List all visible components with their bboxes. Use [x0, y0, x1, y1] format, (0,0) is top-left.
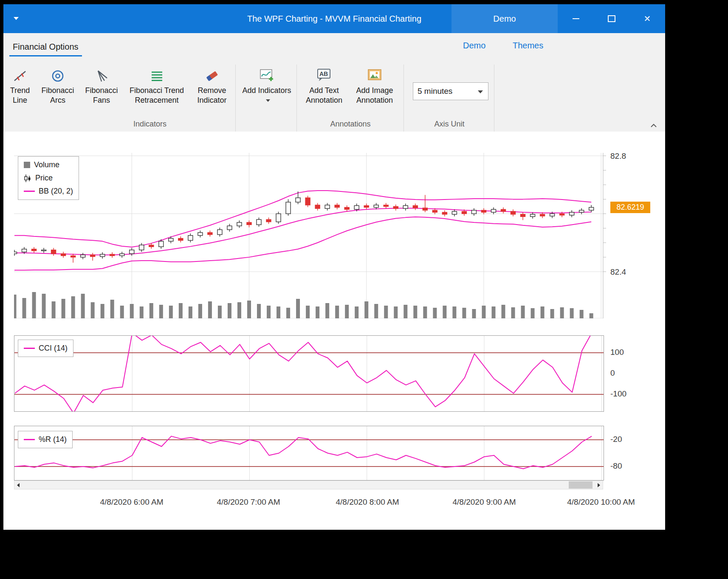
arrow-left-icon: [17, 483, 20, 487]
add-text-annotation-label: Add Text Annotation: [306, 86, 342, 104]
add-image-annotation-button[interactable]: Add Image Annotation: [350, 66, 399, 121]
link-themes[interactable]: Themes: [513, 41, 543, 51]
fibonacci-fans-icon: [81, 66, 122, 83]
legend-label-volume: Volume: [34, 160, 59, 169]
add-image-annotation-label: Add Image Annotation: [356, 86, 393, 104]
ribbon-group-separator: [404, 65, 404, 132]
maximize-button[interactable]: [594, 4, 629, 33]
tab-financial-options[interactable]: Financial Options: [9, 38, 82, 56]
add-indicators-icon: [240, 66, 294, 83]
wr-axis-tick-neg80: -80: [610, 461, 622, 471]
add-indicators-button[interactable]: Add Indicators: [240, 66, 294, 121]
x-axis-tick-7am: 4/8/2020 7:00 AM: [198, 497, 299, 507]
minimize-button[interactable]: [558, 4, 594, 33]
fibonacci-trend-retracement-label: Fibonacci Trend Retracement: [130, 86, 184, 104]
volume-legend-swatch: [24, 162, 30, 168]
legend-label-bb: BB (20, 2): [39, 187, 73, 196]
wr-canvas: [14, 426, 604, 480]
fibonacci-fans-button[interactable]: Fibonacci Fans: [81, 66, 122, 121]
link-demo[interactable]: Demo: [463, 41, 485, 51]
x-axis-tick-8am: 4/8/2020 8:00 AM: [316, 497, 418, 507]
cci-axis-tick-neg100: -100: [610, 389, 626, 399]
cci-axis-tick-0: 0: [610, 368, 615, 378]
minimize-icon: [573, 18, 579, 19]
price-axis-tick-82-8: 82.8: [610, 152, 626, 161]
x-axis-tick-6am: 4/8/2020 6:00 AM: [81, 497, 183, 507]
group-label-indicators: Indicators: [3, 120, 296, 130]
trend-line-button[interactable]: Trend Line: [6, 66, 34, 121]
app-window: The WPF Charting - MVVM Financial Charti…: [3, 4, 665, 530]
titlebar: The WPF Charting - MVVM Financial Charti…: [3, 4, 665, 33]
fibonacci-trend-retracement-button[interactable]: Fibonacci Trend Retracement: [123, 66, 190, 121]
price-chart-legend: Volume Price BB (20, 2): [18, 156, 79, 200]
close-button[interactable]: ✕: [629, 4, 665, 33]
x-axis-tick-10am: 4/8/2020 10:00 AM: [550, 497, 652, 507]
dropdown-arrow-icon: [266, 99, 270, 102]
cci-legend: CCI (14): [18, 340, 73, 357]
close-icon: ✕: [644, 14, 651, 23]
x-axis-tick-9am: 4/8/2020 9:00 AM: [433, 497, 535, 507]
add-text-annotation-button[interactable]: AB Add Text Annotation: [301, 66, 347, 121]
legend-label-cci: CCI (14): [39, 344, 68, 353]
ribbon-category-demo[interactable]: Demo: [451, 4, 558, 33]
legend-label-price: Price: [35, 174, 53, 183]
image-annotation-icon: [350, 66, 399, 83]
maximize-icon: [608, 15, 615, 22]
remove-indicator-button[interactable]: Remove Indicator: [192, 66, 232, 121]
horizontal-scrollbar[interactable]: [14, 481, 603, 489]
legend-label-wr: %R (14): [39, 435, 67, 444]
ab-glyph: AB: [319, 70, 328, 77]
cci-legend-swatch: [24, 348, 35, 349]
collapse-ribbon-button[interactable]: [648, 121, 659, 131]
cci-indicator-panel[interactable]: [14, 335, 604, 412]
scrollbar-thumb[interactable]: [569, 481, 593, 489]
text-annotation-icon: AB: [301, 66, 347, 83]
cci-canvas: [14, 336, 604, 411]
cci-axis-tick-100: 100: [610, 348, 624, 357]
remove-indicator-label: Remove Indicator: [197, 86, 226, 104]
fibonacci-arcs-label: Fibonacci Arcs: [41, 86, 74, 104]
price-legend-icon: [24, 174, 31, 183]
price-chart-plot[interactable]: [14, 153, 609, 318]
scroll-right-button[interactable]: [595, 481, 603, 489]
chevron-up-icon: [649, 123, 658, 129]
group-label-axis-unit: Axis Unit: [404, 120, 494, 130]
bb-legend-swatch: [24, 191, 35, 192]
ribbon-group-separator: [296, 65, 297, 132]
trend-line-icon: [6, 66, 34, 83]
price-axis-tick-82-4: 82.4: [610, 267, 626, 277]
eraser-icon: [192, 66, 232, 83]
fibonacci-fans-label: Fibonacci Fans: [85, 86, 118, 104]
wr-legend-swatch: [24, 439, 35, 440]
ribbon: Financial Options Demo Themes Trend Line…: [3, 33, 665, 132]
fibonacci-trend-retracement-icon: [123, 66, 190, 83]
wr-indicator-panel[interactable]: [14, 426, 604, 481]
add-indicators-label: Add Indicators: [242, 86, 291, 95]
last-price-badge: 82.6219: [610, 202, 650, 213]
combo-dropdown-icon: [478, 90, 483, 93]
wr-axis-tick-neg20: -20: [610, 435, 622, 444]
chart-client-area: Volume Price BB (20, 2) 82.8 82.4 82.621…: [3, 132, 665, 530]
fibonacci-arcs-icon: [36, 66, 80, 83]
axis-unit-combobox[interactable]: 5 minutes: [413, 82, 488, 100]
wr-legend: %R (14): [18, 431, 73, 448]
arrow-right-icon: [598, 483, 600, 487]
trend-line-label: Trend Line: [10, 86, 30, 104]
price-chart-canvas: [14, 153, 609, 318]
scroll-left-button[interactable]: [14, 481, 22, 489]
group-label-annotations: Annotations: [297, 120, 404, 130]
axis-unit-value: 5 minutes: [413, 83, 488, 100]
fibonacci-arcs-button[interactable]: Fibonacci Arcs: [36, 66, 80, 121]
system-buttons: ✕: [558, 4, 665, 33]
